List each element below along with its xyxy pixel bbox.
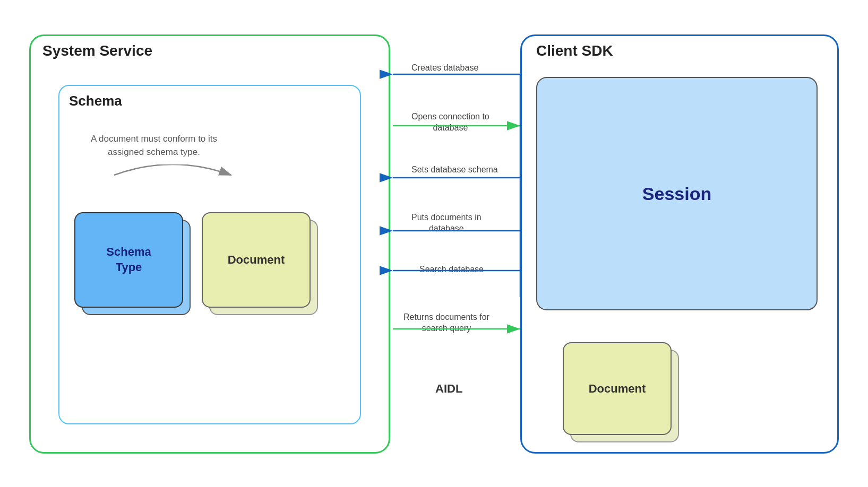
puts-documents-label: Puts documents indatabase <box>411 212 482 234</box>
session-card: Session <box>536 77 818 310</box>
session-label: Session <box>642 184 711 204</box>
schema-type-card-front: SchemaType <box>74 212 183 308</box>
schema-description: A document must conform to its assigned … <box>90 133 218 159</box>
aidl-label: AIDL <box>435 382 462 396</box>
client-sdk-label: Client SDK <box>536 42 613 59</box>
document-card-front-sdk: Document <box>563 342 672 435</box>
diagram-container: System Service Schema A document must co… <box>0 0 868 487</box>
creates-database-label: Creates database <box>411 63 478 74</box>
system-service-label: System Service <box>42 42 152 59</box>
returns-documents-label: Returns documents forsearch query <box>403 312 489 334</box>
search-database-label: Search database <box>419 264 484 275</box>
sets-schema-label: Sets database schema <box>411 164 498 176</box>
document-card-front-schema: Document <box>202 212 311 308</box>
opens-connection-label: Opens connection todatabase <box>411 111 489 134</box>
schema-label: Schema <box>69 93 122 109</box>
curved-arrow-svg <box>82 164 263 212</box>
